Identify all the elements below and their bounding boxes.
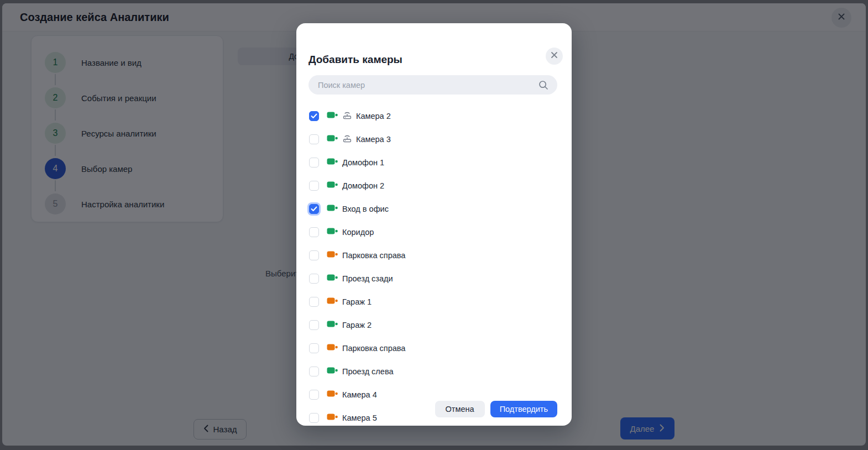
camera-name: Гараж 1 <box>342 297 372 306</box>
network-device-icon <box>342 110 352 122</box>
modal-close-button[interactable] <box>546 48 563 65</box>
network-device-icon <box>342 133 352 145</box>
camera-checkbox[interactable] <box>309 390 319 400</box>
camera-status-icon <box>327 134 338 145</box>
camera-status-icon <box>327 111 338 122</box>
camera-checkbox[interactable] <box>309 367 319 376</box>
camera-checkbox[interactable] <box>309 204 319 214</box>
camera-name: Домофон 2 <box>342 181 384 190</box>
camera-checkbox[interactable] <box>309 343 319 353</box>
camera-name: Вход в офис <box>342 205 389 213</box>
camera-checkbox[interactable] <box>309 111 319 121</box>
camera-row[interactable]: Камера 3 <box>296 128 572 151</box>
camera-checkbox[interactable] <box>309 158 319 168</box>
camera-search-input[interactable] <box>308 75 557 95</box>
camera-name: Гараж 2 <box>342 321 372 329</box>
camera-row[interactable]: Парковка справа <box>296 244 572 267</box>
camera-status-icon <box>327 366 338 377</box>
camera-name: Камера 4 <box>342 390 377 399</box>
camera-name: Камера 3 <box>356 135 391 144</box>
camera-row[interactable]: Камера 2 <box>296 104 572 128</box>
confirm-button[interactable]: Подтвердить <box>490 401 557 417</box>
camera-checkbox[interactable] <box>309 320 319 330</box>
camera-status-icon <box>327 320 338 331</box>
camera-name: Камера 2 <box>356 112 391 121</box>
camera-name: Проезд сзади <box>342 274 393 283</box>
camera-row[interactable]: Коридор <box>296 221 572 244</box>
camera-row[interactable]: Гараж 2 <box>296 313 572 337</box>
camera-status-icon <box>327 296 338 307</box>
camera-name: Парковка справа <box>342 344 405 353</box>
camera-status-icon <box>327 389 338 400</box>
camera-name: Проезд слева <box>342 367 394 376</box>
camera-status-icon <box>327 412 338 423</box>
camera-checkbox[interactable] <box>309 250 319 260</box>
camera-row[interactable]: Парковка справа <box>296 337 572 360</box>
camera-status-icon <box>327 227 338 238</box>
camera-row[interactable]: Проезд сзади <box>296 267 572 290</box>
camera-checkbox[interactable] <box>309 413 319 423</box>
camera-name: Домофон 1 <box>342 158 384 167</box>
camera-checkbox[interactable] <box>309 274 319 284</box>
add-cameras-modal: Добавить камеры Камера 2 Камера 3 <box>296 23 572 426</box>
camera-checkbox[interactable] <box>309 134 319 144</box>
search-icon <box>538 80 549 93</box>
close-icon <box>550 51 558 61</box>
camera-checkbox[interactable] <box>309 181 319 191</box>
camera-status-icon <box>327 250 338 261</box>
camera-name: Камера 5 <box>342 414 377 422</box>
camera-status-icon <box>327 157 338 168</box>
camera-status-icon <box>327 343 338 354</box>
camera-row[interactable]: Гараж 1 <box>296 290 572 313</box>
camera-checkbox[interactable] <box>309 297 319 307</box>
camera-name: Коридор <box>342 228 374 237</box>
cancel-button[interactable]: Отмена <box>435 401 485 417</box>
camera-status-icon <box>327 180 338 191</box>
camera-list: Камера 2 Камера 3 Домофон 1 Домофон 2 Вх… <box>296 104 572 430</box>
camera-status-icon <box>327 203 338 214</box>
modal-title: Добавить камеры <box>308 54 402 66</box>
camera-row[interactable]: Домофон 1 <box>296 151 572 174</box>
camera-checkbox[interactable] <box>309 227 319 237</box>
camera-row[interactable]: Домофон 2 <box>296 174 572 197</box>
camera-name: Парковка справа <box>342 251 405 260</box>
camera-row[interactable]: Проезд слева <box>296 360 572 383</box>
camera-row[interactable]: Вход в офис <box>296 197 572 221</box>
camera-status-icon <box>327 273 338 284</box>
